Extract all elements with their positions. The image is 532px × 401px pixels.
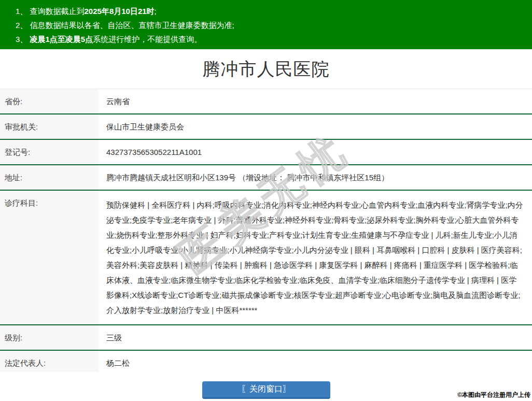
table-row: 级别: 三级: [0, 325, 532, 351]
result-panel: 腾冲市人民医院 省份: 云南省 审批机关: 保山市卫生健康委员会 登记号: 43…: [0, 49, 532, 372]
notice-line-3: 3、 凌晨1点至凌晨5点系统进行维护，不能提供查询。: [16, 32, 527, 46]
row-value: 腾冲市腾越镇天成社区明和小区139号 （增设地址： 腾冲市中和镇东坪社区15组）: [99, 165, 532, 190]
row-value: 三级: [99, 325, 532, 350]
row-label: 审批机关:: [0, 114, 99, 139]
notice-line-2: 2、 信息数据结果以各省、自治区、直辖市卫生健康委数据为准;: [16, 18, 527, 32]
table-row: 登记号: 43273735653052211A1001: [0, 140, 532, 165]
notice-line-number: 2、: [16, 21, 30, 30]
hospital-title: 腾冲市人民医院: [0, 58, 532, 80]
row-value: 预防保健科 | 全科医疗科 | 内科;呼吸内科专业;消化内科专业;神经内科专业;…: [99, 191, 532, 324]
info-table: 省份: 云南省 审批机关: 保山市卫生健康委员会 登记号: 4327373565…: [0, 89, 532, 372]
row-value: 43273735653052211A1001: [99, 140, 532, 164]
table-row: 诊疗科目: 预防保健科 | 全科医疗科 | 内科;呼吸内科专业;消化内科专业;神…: [0, 191, 532, 325]
table-row: 地址: 腾冲市腾越镇天成社区明和小区139号 （增设地址： 腾冲市中和镇东坪社区…: [0, 165, 532, 191]
button-area: 〖关闭窗口〗: [0, 372, 532, 401]
table-row: 法定代表人: 杨二松: [0, 351, 532, 372]
row-value: 云南省: [99, 89, 532, 113]
close-window-button[interactable]: 〖关闭窗口〗: [202, 381, 330, 399]
uploader-credit: ©本图由平台注册用户上传: [457, 391, 530, 399]
row-label: 级别:: [0, 325, 99, 350]
table-row: 审批机关: 保山市卫生健康委员会: [0, 114, 532, 140]
notice-banner: 1、 查询数据截止到2025年8月10日21时; 2、 信息数据结果以各省、自治…: [0, 0, 532, 49]
table-row: 省份: 云南省: [0, 89, 532, 114]
notice-line-1: 1、 查询数据截止到2025年8月10日21时;: [16, 4, 527, 18]
row-value: 杨二松: [99, 351, 532, 372]
row-label: 法定代表人:: [0, 351, 99, 372]
row-label: 省份:: [0, 89, 99, 113]
row-label: 登记号:: [0, 140, 99, 164]
notice-line-number: 1、: [16, 7, 30, 16]
row-value: 保山市卫生健康委员会: [99, 114, 532, 139]
notice-line-number: 3、: [16, 35, 30, 44]
row-label: 诊疗科目:: [0, 191, 99, 324]
row-label: 地址:: [0, 165, 99, 190]
